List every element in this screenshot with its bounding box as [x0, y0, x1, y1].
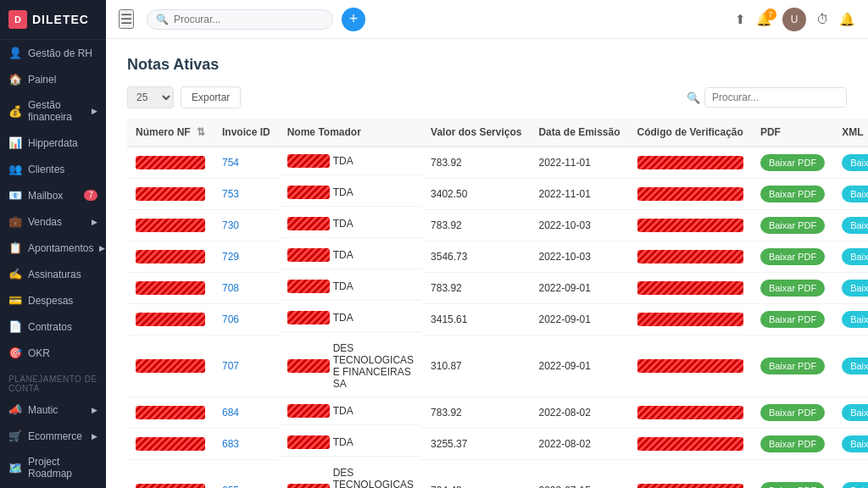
- per-page-select[interactable]: 10 25 50 100: [127, 86, 174, 108]
- baixar-xml-button[interactable]: Baixar XML: [842, 217, 868, 234]
- sidebar-item-ecommerce[interactable]: 🛒 Ecommerce ▶: [0, 423, 106, 449]
- invoice-id-link[interactable]: 754: [222, 157, 239, 169]
- baixar-xml-button[interactable]: Baixar XML: [842, 280, 868, 297]
- invoice-id-link[interactable]: 753: [222, 188, 239, 200]
- cell-invoice-id: 684: [214, 397, 279, 429]
- invoice-id-link[interactable]: 683: [222, 438, 239, 450]
- baixar-xml-button[interactable]: Baixar XML: [842, 435, 868, 452]
- sidebar-item-label: Gestão de RH: [28, 47, 92, 59]
- cell-xml: Baixar XML: [833, 179, 868, 210]
- cell-xml: Baixar XML: [833, 429, 868, 460]
- avatar[interactable]: U: [782, 8, 806, 31]
- table-search-input[interactable]: [704, 87, 847, 108]
- baixar-xml-button[interactable]: Baixar XML: [842, 311, 868, 328]
- cell-data-emissao: 2022-08-02: [530, 397, 628, 429]
- col-numero-nf[interactable]: Número NF ⇅: [127, 119, 214, 147]
- baixar-pdf-button[interactable]: Baixar PDF: [760, 154, 825, 171]
- sidebar-item-label: Mailbox: [28, 190, 63, 202]
- redacted-value: [136, 281, 205, 295]
- baixar-pdf-button[interactable]: Baixar PDF: [760, 248, 825, 265]
- sidebar-item-despesas[interactable]: 💳 Despesas: [0, 287, 106, 313]
- baixar-pdf-button[interactable]: Baixar PDF: [760, 280, 825, 297]
- cell-data-emissao: 2022-08-02: [530, 429, 628, 460]
- sidebar-item-label: Contratos: [28, 321, 72, 333]
- sidebar-item-mailbox[interactable]: 📧 Mailbox 7: [0, 182, 106, 208]
- invoice-id-link[interactable]: 708: [222, 282, 239, 294]
- cell-codigo-verificacao: [629, 460, 752, 489]
- notifications-button[interactable]: 🔔 7: [756, 12, 772, 27]
- invoice-id-link[interactable]: 730: [222, 219, 239, 231]
- redacted-name: [287, 311, 330, 324]
- sidebar-item-mautic[interactable]: 📣 Mautic ▶: [0, 396, 106, 423]
- redacted-name: [287, 248, 330, 262]
- cell-nome-tomador: DES TECNOLOGICAS E FINANCEIRAS SA: [279, 336, 422, 397]
- sidebar-item-hipperdata[interactable]: 📊 Hipperdata: [0, 130, 106, 156]
- invoice-id-link[interactable]: 655: [222, 485, 239, 488]
- invoice-id-link[interactable]: 729: [222, 251, 239, 263]
- cell-pdf: Baixar PDF: [752, 179, 833, 210]
- table-controls: 10 25 50 100 Exportar 🔍: [127, 86, 847, 108]
- baixar-pdf-button[interactable]: Baixar PDF: [760, 186, 825, 202]
- sidebar-item-painel[interactable]: 🏠 Painel: [0, 66, 106, 92]
- redacted-codigo: [637, 156, 743, 169]
- cell-data-emissao: 2022-09-01: [530, 273, 628, 304]
- cell-xml: Baixar XML: [833, 304, 868, 336]
- col-codigo-verificacao: Código de Verificação: [629, 119, 752, 147]
- cell-numero-nf: [127, 179, 214, 210]
- redacted-codigo: [637, 313, 743, 326]
- baixar-pdf-button[interactable]: Baixar PDF: [760, 482, 825, 488]
- page-title: Notas Ativas: [127, 56, 847, 74]
- invoice-id-link[interactable]: 684: [222, 407, 239, 419]
- sidebar-item-vendas[interactable]: 💼 Vendas ▶: [0, 208, 106, 235]
- sidebar-section-planejamento: Planejamento de conta: [0, 366, 106, 396]
- baixar-pdf-button[interactable]: Baixar PDF: [760, 404, 825, 421]
- hamburger-button[interactable]: ☰: [119, 9, 134, 29]
- baixar-xml-button[interactable]: Baixar XML: [842, 186, 868, 202]
- col-pdf: PDF: [752, 119, 833, 147]
- cell-codigo-verificacao: [629, 210, 752, 241]
- add-button[interactable]: +: [342, 8, 365, 31]
- nome-tomador-suffix: TDA: [333, 218, 353, 230]
- invoice-id-link[interactable]: 706: [222, 313, 239, 325]
- sidebar-logo: D DILETEC: [0, 0, 106, 40]
- cell-valor: 704.40: [422, 460, 530, 489]
- baixar-pdf-button[interactable]: Baixar PDF: [760, 435, 825, 452]
- cell-pdf: Baixar PDF: [752, 429, 833, 460]
- cell-nome-tomador: TDA: [279, 210, 422, 238]
- sidebar-item-gestao-rh[interactable]: 👤 Gestão de RH: [0, 40, 106, 66]
- baixar-pdf-button[interactable]: Baixar PDF: [760, 217, 825, 234]
- gestao-rh-icon: 👤: [8, 47, 22, 59]
- redacted-name: [287, 154, 330, 168]
- sidebar-item-label: Project Roadmap: [28, 456, 97, 480]
- sidebar-item-contratos[interactable]: 📄 Contratos: [0, 313, 106, 340]
- baixar-xml-button[interactable]: Baixar XML: [842, 404, 868, 421]
- invoice-id-link[interactable]: 707: [222, 360, 239, 372]
- sidebar: D DILETEC 👤 Gestão de RH 🏠 Painel 💰 Gest…: [0, 0, 106, 488]
- redacted-value: [136, 437, 205, 451]
- cell-nome-tomador: TDA: [279, 179, 422, 207]
- table-row: 655DES TECNOLOGICAS E FINANCEIRAS SA704.…: [127, 460, 868, 489]
- nome-tomador-suffix: TDA: [333, 436, 353, 448]
- share-button[interactable]: ⬆: [735, 12, 746, 27]
- cell-valor: 783.92: [422, 273, 530, 304]
- search-input[interactable]: [174, 14, 309, 25]
- baixar-xml-button[interactable]: Baixar XML: [842, 358, 868, 374]
- sidebar-item-apontamentos[interactable]: 📋 Apontamentos ▶: [0, 235, 106, 261]
- sidebar-item-clientes[interactable]: 👥 Clientes: [0, 156, 106, 182]
- sidebar-item-project-roadmap[interactable]: 🗺️ Project Roadmap: [0, 449, 106, 486]
- sidebar-item-gestao-financeira[interactable]: 💰 Gestão financeira ▶: [0, 92, 106, 130]
- baixar-pdf-button[interactable]: Baixar PDF: [760, 358, 825, 374]
- sidebar-item-label: Painel: [28, 74, 56, 86]
- alerts-button[interactable]: 🔔: [839, 12, 855, 27]
- baixar-xml-button[interactable]: Baixar XML: [842, 248, 868, 265]
- cell-data-emissao: 2022-09-01: [530, 304, 628, 336]
- sidebar-item-assinaturas[interactable]: ✍️ Assinaturas: [0, 261, 106, 287]
- baixar-pdf-button[interactable]: Baixar PDF: [760, 311, 825, 328]
- history-button[interactable]: ⏱: [816, 12, 829, 26]
- baixar-xml-button[interactable]: Baixar XML: [842, 154, 868, 171]
- search-icon: 🔍: [156, 14, 169, 25]
- export-button[interactable]: Exportar: [181, 86, 241, 108]
- sidebar-item-okr[interactable]: 🎯 OKR: [0, 340, 106, 366]
- nome-tomador-suffix: TDA: [333, 249, 353, 261]
- baixar-xml-button[interactable]: Baixar XML: [842, 482, 868, 488]
